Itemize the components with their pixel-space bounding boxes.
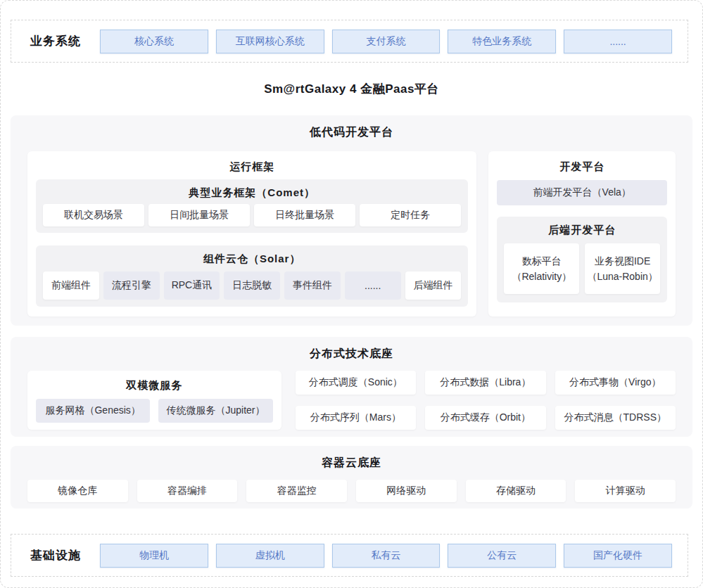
comet-item: 日终批量场景: [254, 204, 355, 226]
solar-item: ......: [345, 271, 401, 300]
platform-title: Sm@rtGalaxy 4 金融Paas平台: [1, 81, 702, 97]
solar-item: RPC通讯: [164, 271, 220, 300]
business-system-box: 核心系统: [100, 30, 208, 53]
low-code-platform-section: 低代码开发平台 运行框架 典型业务框架（Comet） 联机交易场景 日间批量场景…: [11, 115, 692, 326]
distributed-services-grid: 分布式调度（Sonic） 分布式数据（Libra） 分布式事物（Virgo） 分…: [296, 371, 676, 430]
distributed-service-item: 分布式数据（Libra）: [425, 371, 545, 395]
low-code-content: 运行框架 典型业务框架（Comet） 联机交易场景 日间批量场景 日终批量场景 …: [27, 151, 676, 317]
dual-mode-panel: 双模微服务 服务网格（Genesis） 传统微服务（Jupiter）: [27, 371, 281, 430]
backend-dev-panel: 后端开发平台 数标平台 （Relativity） 业务视图IDE （Luna-R…: [497, 217, 667, 302]
distributed-base-section: 分布式技术底座 双模微服务 服务网格（Genesis） 传统微服务（Jupite…: [11, 337, 692, 437]
infrastructure-label: 基础设施: [11, 547, 100, 563]
distributed-service-item: 分布式消息（TDRSS）: [555, 406, 676, 430]
comet-item: 联机交易场景: [43, 204, 144, 226]
solar-title: 组件云仓（Solar）: [43, 251, 461, 267]
business-systems-boxes: 核心系统 互联网核心系统 支付系统 特色业务系统 ......: [100, 30, 672, 53]
distributed-base-title: 分布式技术底座: [27, 345, 676, 362]
distributed-content: 双模微服务 服务网格（Genesis） 传统微服务（Jupiter） 分布式调度…: [27, 371, 676, 430]
business-systems-band: 业务系统 核心系统 互联网核心系统 支付系统 特色业务系统 ......: [11, 20, 688, 63]
infrastructure-box: 虚拟机: [216, 544, 324, 568]
comet-item: 定时任务: [360, 204, 461, 226]
business-systems-label: 业务系统: [11, 33, 100, 49]
dual-mode-title: 双模微服务: [36, 377, 273, 394]
solar-front-item: 前端组件: [43, 271, 99, 300]
comet-panel: 典型业务框架（Comet） 联机交易场景 日间批量场景 日终批量场景 定时任务: [36, 179, 468, 233]
business-system-box: 互联网核心系统: [216, 30, 324, 53]
container-base-items: 镜像仓库 容器编排 容器监控 网络驱动 存储驱动 计算驱动: [27, 480, 676, 502]
backend-dev-item: 业务视图IDE （Luna-Robin）: [585, 243, 660, 294]
business-system-box: 特色业务系统: [448, 30, 556, 53]
backend-dev-item-code: （Luna-Robin）: [587, 269, 657, 284]
business-system-box: 支付系统: [332, 30, 441, 53]
infrastructure-band: 基础设施 物理机 虚拟机 私有云 公有云 国产化硬件: [11, 534, 688, 577]
backend-dev-items: 数标平台 （Relativity） 业务视图IDE （Luna-Robin）: [504, 243, 660, 294]
container-base-section: 容器云底座 镜像仓库 容器编排 容器监控 网络驱动 存储驱动 计算驱动: [11, 446, 692, 509]
distributed-service-item: 分布式缓存（Orbit）: [425, 406, 545, 430]
solar-item: 日志脱敏: [224, 271, 280, 300]
container-base-item: 计算驱动: [575, 480, 676, 502]
infrastructure-boxes: 物理机 虚拟机 私有云 公有云 国产化硬件: [100, 544, 672, 568]
architecture-diagram: 业务系统 核心系统 互联网核心系统 支付系统 特色业务系统 ...... Sm@…: [0, 0, 703, 588]
container-base-item: 容器编排: [137, 480, 238, 502]
solar-items: 前端组件 流程引擎 RPC通讯 日志脱敏 事件组件 ...... 后端组件: [43, 271, 461, 300]
distributed-service-item: 分布式调度（Sonic）: [296, 371, 416, 395]
container-base-item: 镜像仓库: [27, 480, 128, 502]
dual-mode-items: 服务网格（Genesis） 传统微服务（Jupiter）: [36, 399, 273, 423]
distributed-service-item: 分布式序列（Mars）: [296, 406, 416, 430]
solar-back-item: 后端组件: [405, 271, 462, 300]
dual-mode-item: 服务网格（Genesis）: [36, 399, 150, 423]
infrastructure-box: 公有云: [448, 544, 556, 568]
solar-panel: 组件云仓（Solar） 前端组件 流程引擎 RPC通讯 日志脱敏 事件组件 ..…: [36, 245, 468, 307]
backend-dev-title: 后端开发平台: [504, 222, 660, 238]
backend-dev-item-name: 数标平台: [522, 253, 562, 269]
comet-title: 典型业务框架（Comet）: [43, 185, 461, 200]
low-code-platform-title: 低代码开发平台: [27, 124, 676, 141]
container-base-item: 容器监控: [246, 480, 347, 502]
comet-items: 联机交易场景 日间批量场景 日终批量场景 定时任务: [43, 204, 461, 226]
solar-item: 事件组件: [284, 271, 341, 300]
frontend-dev-platform-item: 前端开发平台（Vela）: [497, 180, 667, 205]
backend-dev-item-code: （Relativity）: [512, 269, 571, 284]
container-base-title: 容器云底座: [27, 454, 676, 471]
business-system-box: ......: [564, 30, 672, 53]
distributed-service-item: 分布式事物（Virgo）: [555, 371, 676, 395]
container-base-item: 网络驱动: [356, 480, 457, 502]
dual-mode-item: 传统微服务（Jupiter）: [158, 399, 272, 423]
solar-item: 流程引擎: [103, 271, 160, 300]
backend-dev-item-name: 业务视图IDE: [595, 253, 650, 269]
container-base-item: 存储驱动: [466, 480, 566, 502]
comet-item: 日间批量场景: [148, 204, 250, 226]
infrastructure-box: 私有云: [332, 544, 441, 568]
infrastructure-box: 物理机: [100, 544, 208, 568]
backend-dev-item: 数标平台 （Relativity）: [504, 243, 579, 294]
dev-platform-panel: 开发平台 前端开发平台（Vela） 后端开发平台 数标平台 （Relativit…: [488, 151, 676, 317]
runtime-framework-panel: 运行框架 典型业务框架（Comet） 联机交易场景 日间批量场景 日终批量场景 …: [27, 151, 476, 317]
runtime-framework-title: 运行框架: [36, 158, 468, 175]
dev-platform-title: 开发平台: [497, 158, 667, 175]
infrastructure-box: 国产化硬件: [564, 544, 672, 568]
